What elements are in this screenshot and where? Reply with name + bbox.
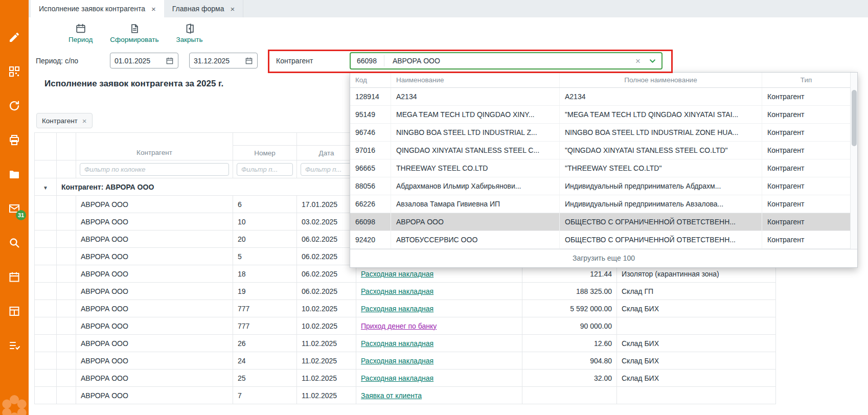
printer-icon [8, 134, 20, 146]
expand-column-header [35, 133, 57, 160]
scrollbar[interactable] [850, 73, 857, 249]
date-from-field [110, 53, 178, 68]
period-button-label: Период [68, 36, 93, 43]
mail-badge: 31 [16, 210, 26, 220]
table-icon [8, 305, 20, 317]
dropdown-column-name: Наименование [391, 73, 560, 87]
chevron-down-icon[interactable] [649, 57, 656, 65]
tab-report[interactable]: Исполнение заявок контрагента × [31, 0, 164, 17]
tab-main[interactable]: Главная форма × [164, 0, 243, 17]
calendar-icon[interactable] [166, 57, 174, 65]
close-button[interactable]: Закрыть [176, 23, 203, 43]
table-row[interactable]: АВРОРА ООО 777 10.02.2025 Приход денег п… [35, 317, 776, 335]
tab-close-icon[interactable]: × [231, 5, 235, 13]
sidebar-item-search[interactable] [8, 236, 21, 249]
dropdown-row[interactable]: 128914A2134A2134Контрагент [350, 88, 850, 106]
combo-code-value: 66098 [356, 55, 384, 66]
counterparty-label: Контрагент [276, 57, 313, 65]
document-link[interactable]: Расходная накладная [361, 357, 433, 365]
date-from-input[interactable] [115, 57, 164, 65]
flower-decoration [1, 395, 28, 415]
period-range-label: Период: с/по [36, 57, 78, 65]
dropdown-list: 128914A2134A2134Контрагент 95149MEGA TEA… [350, 88, 857, 249]
document-link[interactable]: Расходная накладная [361, 287, 433, 295]
table-row[interactable]: АВРОРА ООО 25 11.02.2025 Расходная накла… [35, 370, 776, 387]
tab-label: Главная форма [172, 5, 224, 13]
document-link[interactable]: Расходная накладная [361, 270, 433, 278]
generate-button[interactable]: Сформировать [110, 23, 158, 43]
document-link[interactable]: Заявка от клиента [361, 391, 422, 400]
dropdown-row[interactable]: 96665THREEWAY STEEL CO.LTD"THREEWAY STEE… [350, 159, 850, 177]
dropdown-row[interactable]: 95149MEGA TEAM TECH LTD QINGDAO XINY..."… [350, 106, 850, 124]
chip-label: Контрагент [42, 117, 78, 125]
sidebar-item-scan[interactable] [8, 65, 21, 78]
table-row[interactable]: АВРОРА ООО 777 10.02.2025 Расходная накл… [35, 300, 776, 317]
close-button-label: Закрыть [176, 36, 203, 43]
sidebar-item-files[interactable] [8, 168, 21, 181]
pencil-icon [8, 31, 20, 43]
sidebar-item-print[interactable] [8, 133, 21, 147]
dropdown-row[interactable]: 88056Абдрахманов Ильмир Хабирьянови...Ин… [350, 177, 850, 195]
sidebar-item-mail[interactable]: 31 [8, 202, 21, 215]
counterparty-combobox[interactable]: 66098 АВРОРА ООО × [350, 52, 663, 70]
filter-chip-counterparty[interactable]: Контрагент × [36, 113, 93, 128]
filter-input-counterparty[interactable] [80, 163, 229, 176]
load-more-button[interactable]: Загрузить еще 100 [350, 249, 857, 267]
table-row[interactable]: АВРОРА ООО 24 11.02.2025 Расходная накла… [35, 352, 776, 370]
document-link[interactable]: Расходная накладная [361, 305, 433, 313]
table-row[interactable]: АВРОРА ООО 19 06.02.2025 Расходная накла… [35, 283, 776, 300]
date-to-input[interactable] [194, 57, 243, 65]
marker-column-header [57, 133, 76, 160]
date-to-field [189, 53, 258, 68]
qr-code-icon [8, 65, 20, 78]
sidebar-item-sync[interactable] [8, 99, 21, 112]
table-row[interactable]: АВРОРА ООО 26 11.02.2025 Расходная накла… [35, 335, 776, 352]
dropdown-column-fullname: Полное наименование [560, 73, 762, 87]
calendar-icon [75, 23, 86, 34]
period-button[interactable]: Период [68, 23, 93, 43]
filter-bar: Период: с/по Контрагент 66098 АВРОРА ООО… [29, 49, 868, 73]
checklist-icon [8, 339, 20, 352]
counterparty-dropdown: Код Наименование Полное наименование Тип… [350, 72, 858, 268]
filter-input-date[interactable] [301, 163, 352, 176]
document-link[interactable]: Расходная накладная [361, 339, 433, 348]
collapse-arrow-icon[interactable]: ▼ [43, 185, 48, 191]
search-icon [8, 237, 20, 249]
toolbar: Период Сформировать Закрыть [29, 17, 868, 49]
dropdown-row[interactable]: 92420АВТОБУССЕРВИС ООООБЩЕСТВО С ОГРАНИЧ… [350, 231, 850, 249]
sidebar-item-tasks[interactable] [8, 339, 21, 352]
chip-close-icon[interactable]: × [82, 117, 87, 125]
folder-icon [8, 168, 20, 180]
tab-bar: Исполнение заявок контрагента × Главная … [29, 0, 868, 17]
column-header-number: Номер [233, 146, 297, 160]
tab-label: Исполнение заявок контрагента [39, 5, 145, 13]
combo-name-value: АВРОРА ООО [393, 57, 635, 65]
exit-door-icon [184, 23, 195, 34]
sidebar: 31 [0, 0, 29, 415]
sidebar-item-reports[interactable] [8, 305, 21, 318]
filter-input-number[interactable] [237, 163, 293, 176]
calendar-icon [8, 271, 20, 283]
column-header-date: Дата [297, 146, 356, 160]
document-link[interactable]: Приход денег по банку [361, 322, 437, 330]
scrollbar-thumb[interactable] [852, 90, 857, 146]
dropdown-column-code: Код [350, 73, 391, 87]
dropdown-row[interactable]: 96746NINGBO BOA STEEL LTD INDUSTRIAL Z..… [350, 124, 850, 142]
dropdown-header: Код Наименование Полное наименование Тип [350, 73, 850, 88]
sidebar-item-calendar[interactable] [8, 270, 21, 284]
document-link[interactable]: Расходная накладная [361, 374, 433, 382]
dropdown-row-selected[interactable]: 66098АВРОРА ООООБЩЕСТВО С ОГРАНИЧЕННОЙ О… [350, 213, 850, 231]
dropdown-row[interactable]: 97016QINGDAO XINYATAI STANLESS STEEL C..… [350, 142, 850, 159]
report-icon [129, 23, 140, 34]
tab-close-icon[interactable]: × [151, 5, 156, 13]
column-header-counterparty: Контрагент [76, 133, 233, 160]
table-row[interactable]: АВРОРА ООО 7 11.02.2025 Заявка от клиент… [35, 387, 776, 404]
dropdown-row[interactable]: 66226Авзалова Тамара Гивиевна ИПИндивиду… [350, 195, 850, 213]
sync-icon [8, 100, 20, 112]
generate-button-label: Сформировать [110, 36, 158, 43]
dropdown-column-type: Тип [762, 73, 850, 87]
sidebar-item-edit[interactable] [8, 31, 21, 44]
calendar-icon[interactable] [245, 57, 253, 65]
clear-icon[interactable]: × [635, 57, 641, 65]
